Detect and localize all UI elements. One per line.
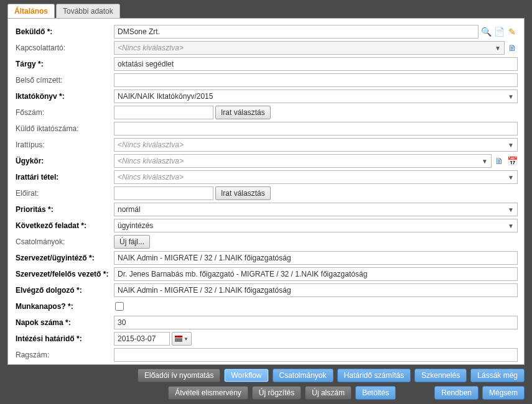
iktatokonyv-value: NAIK/NAIK Iktatókönyv/2015 <box>118 92 213 101</box>
ugykor-select[interactable]: <Nincs kiválasztva> ▼ <box>114 154 492 168</box>
tab-general[interactable]: Általános <box>7 4 55 18</box>
kovetkezo-feladat-value: ügyintézés <box>118 221 153 230</box>
label-prioritas: Prioritás *: <box>14 205 114 214</box>
kapcsolattarto-select[interactable]: <Nincs kiválasztva> ▼ <box>114 41 505 55</box>
label-ragszam: Ragszám: <box>14 351 114 359</box>
uj-fajl-button[interactable]: Új fájl... <box>114 235 150 249</box>
label-szervezet-ugyintezo: Szervezet/ügyintéző *: <box>14 254 114 262</box>
foszam-input[interactable] <box>114 106 213 119</box>
hatarido-szamitas-button[interactable]: Határidő számítás <box>337 369 411 382</box>
rendben-button[interactable]: Rendben <box>434 386 478 400</box>
csatolmanyok-button[interactable]: Csatolmányok <box>273 369 334 382</box>
prioritas-select[interactable]: normál ▼ <box>114 203 518 216</box>
chevron-down-icon: ▼ <box>480 158 490 165</box>
label-kuldo-iktatoszama: Küldő iktatószáma: <box>14 124 114 133</box>
date-picker-button[interactable]: ▼ <box>172 332 192 346</box>
ugykor-placeholder: <Nincs kiválasztva> <box>118 157 184 165</box>
label-iktatokonyv: Iktatókönyv *: <box>14 92 114 101</box>
szkenneles-button[interactable]: Szkennelés <box>414 369 467 382</box>
eloirat-input[interactable] <box>114 186 213 200</box>
elvegzo-dolgozo-input[interactable] <box>114 283 518 297</box>
ragszam-input[interactable] <box>114 348 518 362</box>
intezesi-hatarido-input[interactable] <box>114 332 170 346</box>
megsem-button[interactable]: Mégsem <box>482 386 525 400</box>
label-foszam: Főszám: <box>14 108 114 117</box>
eloadoi-iv-button[interactable]: Előadói ív nyomtatás <box>138 369 220 382</box>
form-panel: Beküldő *: 🔍 📄 ✎ Kapcsolattartó: <Nincs … <box>7 18 525 365</box>
label-szervezet-felelos: Szervezet/felelős vezető *: <box>14 270 114 278</box>
kovetkezo-feladat-select[interactable]: ügyintézés ▼ <box>114 219 518 232</box>
label-ugykor: Ügykör: <box>14 157 114 165</box>
targy-input[interactable] <box>114 57 518 71</box>
szervezet-felelos-input[interactable] <box>114 267 518 281</box>
chevron-down-icon: ▼ <box>506 93 516 100</box>
kuldo-iktatoszama-input[interactable] <box>114 122 518 135</box>
document-icon[interactable]: 🗎 <box>506 42 518 53</box>
chevron-down-icon: ▼ <box>506 142 516 149</box>
label-munkanapos: Munkanapos? *: <box>14 302 114 311</box>
iktatokonyv-select[interactable]: NAIK/NAIK Iktatókönyv/2015 ▼ <box>114 90 518 103</box>
chevron-down-icon: ▼ <box>506 223 516 229</box>
label-bekuldo: Beküldő *: <box>14 27 114 36</box>
label-kovetkezo-feladat: Következő feladat *: <box>14 221 114 230</box>
irat-valasztas-button-2[interactable]: Irat választás <box>215 186 271 200</box>
edit-icon[interactable]: ✎ <box>506 26 518 37</box>
calendar-icon[interactable]: 📅 <box>506 155 518 167</box>
button-bar: Előadói ív nyomtatás Workflow Csatolmány… <box>0 365 532 400</box>
search-icon[interactable]: 🔍 <box>480 26 492 37</box>
prioritas-value: normál <box>118 205 141 214</box>
napok-szama-input[interactable] <box>114 316 518 329</box>
label-eloirat: Előirat: <box>14 189 114 198</box>
calendar-grid-icon <box>175 336 182 342</box>
chevron-down-icon: ▼ <box>493 45 503 52</box>
irattipus-select[interactable]: <Nincs kiválasztva> ▼ <box>114 138 518 152</box>
betoltes-button[interactable]: Betöltés <box>355 386 396 400</box>
chevron-down-icon: ▼ <box>184 336 189 342</box>
irat-valasztas-button-1[interactable]: Irat választás <box>215 106 271 119</box>
kapcsolattarto-placeholder: <Nincs kiválasztva> <box>118 44 184 52</box>
belso-cimzett-input[interactable] <box>114 73 518 87</box>
label-irattari-tetel: Irattári tétel: <box>14 173 114 181</box>
tab-bar: Általános További adatok <box>0 0 532 18</box>
label-elvegzo-dolgozo: Elvégző dolgozó *: <box>14 286 114 295</box>
lassak-meg-button[interactable]: Lássák még <box>470 369 525 382</box>
clear-icon[interactable]: 📄 <box>493 26 505 37</box>
label-irattipus: Irattípus: <box>14 140 114 149</box>
label-intezesi-hatarido: Intézési határidő *: <box>14 334 114 343</box>
label-napok-szama: Napok száma *: <box>14 318 114 327</box>
irattipus-placeholder: <Nincs kiválasztva> <box>118 140 184 149</box>
document-icon[interactable]: 🗎 <box>493 155 505 167</box>
uj-rogzites-button[interactable]: Új rögzítés <box>252 386 301 400</box>
munkanapos-checkbox[interactable] <box>115 302 124 311</box>
bekuldo-input[interactable] <box>114 25 478 39</box>
szervezet-ugyintezo-input[interactable] <box>114 251 518 265</box>
label-targy: Tárgy *: <box>14 60 114 68</box>
uj-alszam-button[interactable]: Új alszám <box>305 386 352 400</box>
label-belso-cimzett: Belső címzett: <box>14 76 114 85</box>
workflow-button[interactable]: Workflow <box>224 369 268 382</box>
chevron-down-icon: ▼ <box>506 206 516 213</box>
chevron-down-icon: ▼ <box>506 174 516 181</box>
atveteli-button[interactable]: Átvételi elismervény <box>168 386 248 400</box>
label-csatolmanyok: Csatolmányok: <box>14 237 114 246</box>
irattari-tetel-select[interactable]: <Nincs kiválasztva> ▼ <box>114 170 518 184</box>
irattari-tetel-placeholder: <Nincs kiválasztva> <box>118 173 184 181</box>
label-kapcsolattarto: Kapcsolattartó: <box>14 44 114 52</box>
tab-additional[interactable]: További adatok <box>56 4 120 18</box>
